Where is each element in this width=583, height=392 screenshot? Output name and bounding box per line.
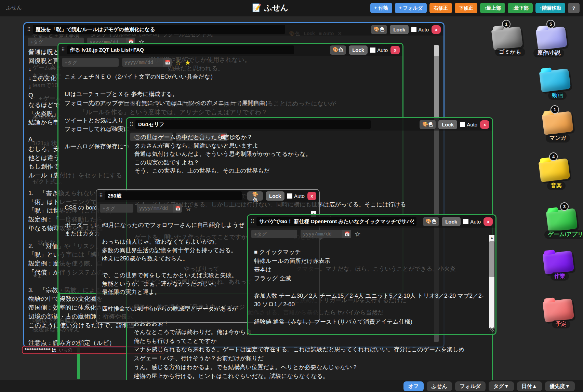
note-title-input[interactable] xyxy=(105,191,242,200)
favorite-star-icon[interactable]: ☆ xyxy=(175,59,181,66)
lock-button[interactable]: Lock xyxy=(266,191,284,201)
date-field: 📅 xyxy=(137,204,182,213)
note-content-fragment: 建物の屋上から行ける。ヒントはこれぐらいだな。試験にならなくなる。 xyxy=(134,372,329,380)
auto-checkbox[interactable]: Auto xyxy=(370,47,388,53)
lock-button[interactable]: Lock xyxy=(349,45,368,55)
note-meta-row: 📅☆ xyxy=(100,204,191,213)
sort-button-4[interactable]: 日付▲ xyxy=(517,381,542,391)
folder-icon[interactable] xyxy=(491,26,523,50)
color-button[interactable]: 🎨色 xyxy=(330,45,346,55)
date-input[interactable] xyxy=(137,204,173,213)
topbar-button-6[interactable]: ↑階層移動 xyxy=(535,3,565,13)
close-button[interactable]: x xyxy=(307,192,316,200)
drag-handle-icon[interactable]: ⠿ xyxy=(99,193,102,199)
folder-count-badge: 4 xyxy=(549,152,558,161)
note-content-line: ■ クイックマッチ xyxy=(254,248,484,257)
note-content-fragment: そんなところで話は終わりだ。俺は今から言 xyxy=(134,328,252,336)
checkbox-box xyxy=(287,193,292,199)
sort-button-0[interactable]: オフ xyxy=(403,381,424,391)
lock-button[interactable]: Lock xyxy=(442,217,461,226)
topbar-button-3[interactable]: 下修正 xyxy=(455,3,477,13)
folder-label: ゴミかも xyxy=(495,48,525,56)
drag-handle-icon[interactable]: ⠿ xyxy=(251,218,254,225)
tag-input[interactable] xyxy=(62,58,119,67)
app-stage: ふせん 📝 ふせん + 付箋+ フォルダ右修正下修正↑最上部↓最下部↑階層移動?… xyxy=(0,0,583,392)
auto-label: Auto xyxy=(418,27,429,32)
auto-label: Auto xyxy=(467,122,477,127)
folder-label: 音楽 xyxy=(547,181,566,190)
favorite-star-icon[interactable]: ★ xyxy=(185,59,191,66)
note-content-line: 多数の異世界生活の記憶を何十年分も持っておる。 xyxy=(102,246,237,254)
topbar-button-2[interactable]: 右修正 xyxy=(429,3,452,13)
close-button[interactable]: x xyxy=(480,120,489,129)
topbar-button-7[interactable]: ? xyxy=(568,3,580,13)
date-input[interactable] xyxy=(122,58,163,67)
sort-button-1[interactable]: ふせん xyxy=(427,381,452,391)
sort-button-5[interactable]: 優先度▼ xyxy=(545,381,575,391)
close-button[interactable]: x xyxy=(390,46,400,54)
folder-icon[interactable] xyxy=(542,111,574,135)
note-content-line: 無能というか、まぁ、運がなかったのじゃ。 xyxy=(102,280,220,288)
drag-handle-icon[interactable]: ⠿ xyxy=(61,47,64,53)
calendar-icon[interactable]: 📅 xyxy=(342,230,351,238)
note-title-input[interactable] xyxy=(256,217,416,226)
note-content-fragment: スゲェー！バチ、行けそうか？お前だけが頼りだ xyxy=(134,354,264,362)
favorite-star-icon[interactable]: ☆ xyxy=(185,205,191,212)
sort-button-3[interactable]: タグ▼ xyxy=(489,381,514,391)
date-input[interactable] xyxy=(301,230,342,238)
lock-button[interactable]: Lock xyxy=(438,120,457,129)
auto-checkbox[interactable]: Auto xyxy=(287,193,305,199)
note-content-line: またはカタカ xyxy=(65,230,100,238)
topbar-button-0[interactable]: + 付箋 xyxy=(370,3,392,13)
topbar-button-4[interactable]: ↑最上部 xyxy=(480,3,505,13)
folder-icon[interactable] xyxy=(536,26,568,50)
close-button[interactable]: x xyxy=(483,217,493,226)
note-content-line: ↓ xyxy=(28,83,31,90)
lock-button[interactable]: Lock xyxy=(390,25,409,34)
checkbox-box xyxy=(411,27,416,32)
scrollbar-thumb[interactable] xyxy=(434,56,439,117)
note-title-input[interactable] xyxy=(33,25,285,34)
auto-checkbox[interactable]: Auto xyxy=(460,122,477,127)
sort-button-2[interactable]: フォルダ xyxy=(455,381,486,391)
folder-icon[interactable] xyxy=(546,208,578,232)
note-meta-row: 📅☆★ xyxy=(62,58,191,67)
close-button[interactable]: x xyxy=(432,25,441,34)
note-content-line: 特殊ルールの箇所だけ赤表示 xyxy=(254,257,484,266)
auto-checkbox[interactable]: Auto xyxy=(463,219,481,225)
checkbox-box xyxy=(463,219,468,224)
drag-handle-icon[interactable]: ⠿ xyxy=(130,121,133,127)
note-content-line: #3月になったのでフォロワーさんに自己紹介しようぜ xyxy=(102,221,244,229)
date-field: 📅 xyxy=(122,58,172,67)
note-content-line: 他とは違う xyxy=(28,154,59,162)
scrollbar-thumb[interactable] xyxy=(489,241,494,277)
note-title-input[interactable] xyxy=(67,45,294,54)
drag-handle-icon[interactable]: ⠿ xyxy=(27,26,30,32)
tag-input[interactable] xyxy=(251,230,297,238)
note-content-line: もし創作で xyxy=(28,162,59,171)
note-title-input[interactable] xyxy=(135,120,371,129)
topbar-button-1[interactable]: + フォルダ xyxy=(395,3,427,13)
scroll-up-icon[interactable]: ▲ xyxy=(489,235,494,240)
color-button[interactable]: 🎨色 xyxy=(371,25,387,34)
folder-icon[interactable] xyxy=(543,251,574,274)
favorite-star-icon[interactable]: ☆ xyxy=(355,231,361,238)
folder-icon[interactable] xyxy=(539,68,571,92)
calendar-icon[interactable]: 📅 xyxy=(163,58,172,67)
color-button[interactable]: 🎨色 xyxy=(420,120,436,129)
auto-checkbox[interactable]: Auto xyxy=(411,27,429,32)
note-content-line: タカさんが言うなら、間違いないと思いますよ xyxy=(134,142,259,150)
color-button[interactable]: 🎨色 xyxy=(247,191,263,201)
folder-icon[interactable] xyxy=(543,298,574,322)
topbar-button-5[interactable]: ↓最下部 xyxy=(508,3,533,13)
note-content-line: ↓この文化 xyxy=(28,74,56,82)
folder-count-badge: 1 xyxy=(502,20,511,28)
note-content-line: 経験値 通常（赤なし）ブースト(サバ立て消費アイテム仕様) xyxy=(254,317,484,326)
calendar-icon[interactable]: 📅 xyxy=(173,204,182,213)
folder-icon[interactable] xyxy=(539,158,570,182)
tag-input[interactable] xyxy=(100,204,133,213)
note-content-line: 基本は xyxy=(254,265,484,274)
color-button[interactable]: 🎨色 xyxy=(423,217,439,226)
resize-handle-icon[interactable] xyxy=(490,327,494,332)
note-content-line: 結論から申 xyxy=(28,118,59,126)
